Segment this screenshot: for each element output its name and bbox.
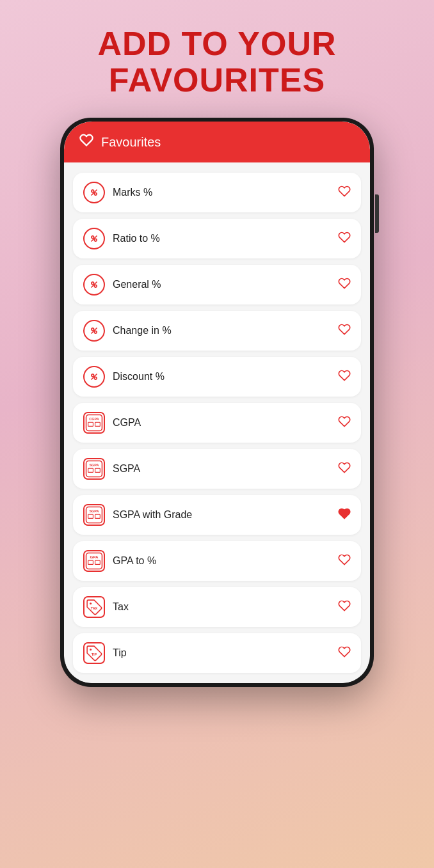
cgpa-icon: CGPA xyxy=(83,412,105,434)
fav-heart-icon[interactable] xyxy=(338,645,351,661)
fav-heart-icon[interactable] xyxy=(338,599,351,615)
svg-rect-17 xyxy=(88,423,93,427)
list-item[interactable]: General % xyxy=(73,265,361,304)
item-label: Tax xyxy=(113,601,330,613)
item-label: Ratio to % xyxy=(113,233,330,244)
item-label: SGPA with Grade xyxy=(113,509,330,521)
svg-point-13 xyxy=(94,377,97,380)
fav-heart-icon[interactable] xyxy=(338,323,351,339)
sgpa-icon: SGPA xyxy=(83,458,105,480)
svg-text:TAX: TAX xyxy=(91,606,98,610)
list-item[interactable]: Marks % xyxy=(73,173,361,212)
svg-text:SGPA: SGPA xyxy=(89,463,99,467)
percent-icon xyxy=(83,228,105,249)
percent-icon xyxy=(83,320,105,342)
svg-point-1 xyxy=(94,193,97,196)
svg-point-3 xyxy=(92,236,94,239)
list-item[interactable]: SGPA SGPA with Grade xyxy=(73,495,361,535)
item-label: GPA to % xyxy=(113,555,330,567)
item-label: SGPA xyxy=(113,463,330,475)
app-header: Favourites xyxy=(64,122,370,162)
percent-icon xyxy=(83,274,105,296)
svg-point-6 xyxy=(92,282,94,285)
svg-point-33 xyxy=(90,649,92,651)
list-item[interactable]: CGPA CGPA xyxy=(73,403,361,443)
tax-icon: TAX xyxy=(83,596,105,618)
svg-rect-21 xyxy=(88,469,93,473)
list-item[interactable]: TIP Tip xyxy=(73,633,361,673)
svg-point-9 xyxy=(92,328,94,331)
list-item[interactable]: GPA GPA to % xyxy=(73,541,361,581)
svg-rect-22 xyxy=(95,469,100,473)
svg-rect-18 xyxy=(95,423,100,427)
item-label: General % xyxy=(113,279,330,290)
fav-heart-icon[interactable] xyxy=(338,461,351,477)
fav-heart-icon[interactable] xyxy=(338,553,351,569)
fav-heart-icon[interactable] xyxy=(338,185,351,201)
fav-heart-icon[interactable] xyxy=(338,369,351,385)
gpa-icon: GPA xyxy=(83,550,105,572)
sgpa-grade-icon: SGPA xyxy=(83,504,105,526)
item-label: Marks % xyxy=(113,187,330,198)
list-item[interactable]: SGPA SGPA xyxy=(73,449,361,489)
svg-rect-30 xyxy=(95,561,100,565)
svg-rect-26 xyxy=(95,515,100,519)
list-item[interactable]: Discount % xyxy=(73,357,361,397)
percent-icon xyxy=(83,182,105,203)
app-title: Favourites xyxy=(101,135,161,150)
svg-point-7 xyxy=(94,285,97,288)
svg-point-10 xyxy=(94,331,97,334)
svg-text:CGPA: CGPA xyxy=(89,417,99,421)
heart-outline-icon xyxy=(79,133,93,151)
svg-text:SGPA: SGPA xyxy=(89,509,99,513)
fav-heart-icon[interactable] xyxy=(338,415,351,431)
svg-point-12 xyxy=(92,374,94,377)
list-item[interactable]: Change in % xyxy=(73,311,361,351)
phone-frame: Favourites Marks % xyxy=(60,118,374,687)
svg-text:TIP: TIP xyxy=(92,652,97,656)
tip-icon: TIP xyxy=(83,642,105,664)
fav-heart-icon[interactable] xyxy=(338,231,351,247)
list-container: Marks % Ratio to % xyxy=(64,162,370,683)
list-item[interactable]: TAX Tax xyxy=(73,587,361,627)
item-label: CGPA xyxy=(113,417,330,429)
item-label: Discount % xyxy=(113,371,330,383)
svg-point-31 xyxy=(90,603,92,604)
fav-heart-filled-icon[interactable] xyxy=(338,507,351,523)
percent-icon xyxy=(83,366,105,388)
svg-text:GPA: GPA xyxy=(90,555,99,559)
list-item[interactable]: Ratio to % xyxy=(73,219,361,258)
header-text: ADD TO YOUR FAVOURITES xyxy=(0,0,434,118)
svg-point-0 xyxy=(92,190,94,193)
svg-rect-29 xyxy=(88,561,93,565)
svg-rect-25 xyxy=(88,515,93,519)
item-label: Change in % xyxy=(113,325,330,336)
fav-heart-icon[interactable] xyxy=(338,277,351,293)
svg-point-4 xyxy=(94,239,97,242)
item-label: Tip xyxy=(113,647,330,659)
